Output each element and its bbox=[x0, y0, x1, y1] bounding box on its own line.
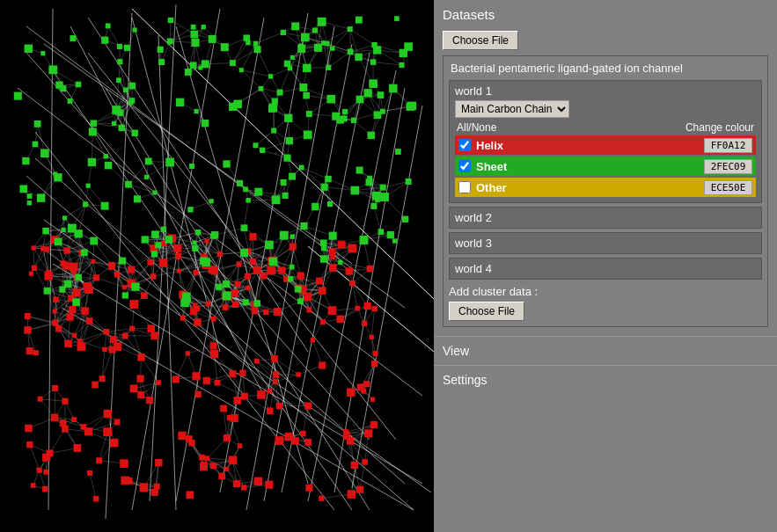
world-1-section: world 1 Main Carbon Chain All/None Chang… bbox=[449, 80, 762, 203]
choose-file-bottom-button[interactable]: Choose File bbox=[449, 302, 524, 321]
view-header[interactable]: View bbox=[434, 337, 777, 365]
helix-row: Helix FF0A12 bbox=[455, 135, 756, 155]
add-cluster-section: Add cluster data : Choose File bbox=[449, 285, 762, 321]
all-none-label: All/None bbox=[457, 121, 496, 134]
settings-section: Settings bbox=[434, 365, 777, 394]
other-color-box[interactable]: ECE50E bbox=[704, 180, 752, 195]
helix-color-box[interactable]: FF0A12 bbox=[704, 138, 752, 153]
sheet-label: Sheet bbox=[476, 160, 704, 173]
chain-selector: Main Carbon Chain bbox=[455, 100, 756, 118]
right-panel: Datasets Choose File Bacterial pentameri… bbox=[434, 0, 777, 532]
datasets-content: Choose File Bacterial pentameric ligand-… bbox=[434, 26, 777, 336]
change-colour-label: Change colour bbox=[685, 121, 754, 134]
datasets-section: Datasets Choose File Bacterial pentameri… bbox=[434, 0, 777, 336]
choose-file-top-button[interactable]: Choose File bbox=[443, 31, 518, 50]
other-checkbox[interactable] bbox=[458, 181, 471, 193]
sheet-checkbox[interactable] bbox=[458, 160, 471, 172]
dataset-title: Bacterial pentameric ligand-gated ion ch… bbox=[449, 62, 762, 75]
world-1-label: world 1 bbox=[455, 84, 756, 98]
sheet-row: Sheet 2FEC09 bbox=[455, 157, 756, 176]
visualization-area bbox=[0, 0, 434, 532]
world-4-section[interactable]: world 4 bbox=[449, 258, 762, 280]
all-none-row: All/None Change colour bbox=[455, 121, 756, 134]
sheet-color-box[interactable]: 2FEC09 bbox=[704, 159, 752, 174]
add-cluster-label: Add cluster data : bbox=[449, 285, 762, 298]
datasets-header: Datasets bbox=[434, 0, 777, 26]
molecule-canvas bbox=[0, 0, 434, 532]
settings-header[interactable]: Settings bbox=[434, 366, 777, 394]
world-2-label: world 2 bbox=[455, 211, 492, 224]
world-2-section[interactable]: world 2 bbox=[449, 207, 762, 229]
chain-dropdown[interactable]: Main Carbon Chain bbox=[455, 100, 569, 118]
world-3-label: world 3 bbox=[455, 237, 492, 250]
view-section: View bbox=[434, 336, 777, 365]
world-3-section[interactable]: world 3 bbox=[449, 232, 762, 254]
helix-checkbox[interactable] bbox=[458, 139, 471, 151]
dataset-box: Bacterial pentameric ligand-gated ion ch… bbox=[443, 55, 768, 327]
world-4-label: world 4 bbox=[455, 262, 492, 275]
helix-label: Helix bbox=[476, 139, 704, 152]
other-label: Other bbox=[476, 181, 704, 194]
other-row: Other ECE50E bbox=[455, 178, 756, 197]
